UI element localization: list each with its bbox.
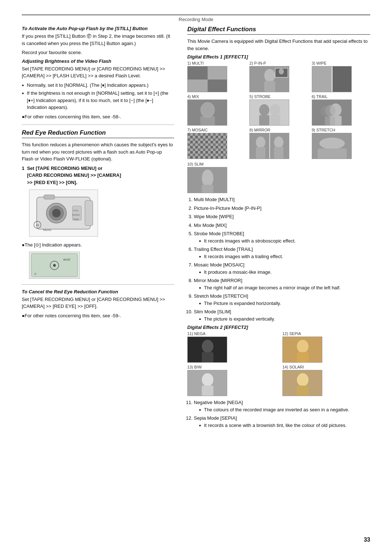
effect-cell-solari: 14) SOLARI xyxy=(282,365,370,396)
sub-stretch: The Picture is expanded horizontally. xyxy=(194,300,370,307)
svg-rect-18 xyxy=(188,66,208,80)
main-title: Digital Effect Functions xyxy=(187,26,370,35)
cancel-title: To Cancel the Red Eye Reduction Function xyxy=(22,289,174,294)
effect-label-slim: 10) SLIM xyxy=(187,162,204,166)
list-item-pip: Picture-In-Picture Mode [P-IN-P] xyxy=(194,205,370,212)
sub-mirror: The right half of an image becomes a mir… xyxy=(194,284,370,292)
svg-rect-60 xyxy=(202,185,213,193)
page-number: 33 xyxy=(364,537,370,543)
effect-thumb-trail xyxy=(312,99,352,126)
sub-trail: It records images with a trailing effect… xyxy=(194,253,370,260)
cancel-body: Set [TAPE RECORDING MENU] or [CARD RECOR… xyxy=(22,296,174,310)
sub-slim: The picture is expanded vertically. xyxy=(194,315,370,323)
list-item-stretch: Stretch Mode [STRETCH] The Picture is ex… xyxy=(194,293,370,307)
effect-thumb-solari xyxy=(282,370,322,396)
effects2-list: Negative Mode [NEGA] The colours of the … xyxy=(194,399,370,429)
effect-thumb-pip xyxy=(249,66,289,92)
list-item-mix: Mix Mode [MIX] xyxy=(194,222,370,229)
svg-rect-66 xyxy=(297,352,309,362)
effect-cell-sepia: 12) SEPIA xyxy=(282,331,370,363)
list-item-nega: Negative Mode [NEGA] The colours of the … xyxy=(194,399,370,413)
effect-thumb-nega xyxy=(187,337,227,363)
list-item-sepia: Sepia Mode [SEPIA] It records a scene wi… xyxy=(194,415,370,429)
section1-note: ●For other notes concerning this item, s… xyxy=(22,113,174,121)
section2-note: ●For other notes concerning this item, s… xyxy=(22,312,174,319)
section1-bullets: Normally, set it to [NORMAL]. (The [♦] I… xyxy=(22,82,174,111)
svg-text:MENU: MENU xyxy=(43,228,52,232)
svg-point-35 xyxy=(270,104,280,116)
effect-label-mix: 4) MIX xyxy=(187,94,199,99)
effect-cell-nega: 11) NEGA xyxy=(187,331,275,363)
page-header: Recording Mode xyxy=(22,17,370,22)
effect-cell-stretch: 9) STRETCH xyxy=(312,128,370,159)
effect-thumb-sepia xyxy=(282,337,322,363)
svg-text:STILL: STILL xyxy=(73,209,79,212)
bullet-2: If the brightness is not enough in [NORM… xyxy=(22,90,174,111)
svg-rect-48 xyxy=(188,133,227,159)
svg-rect-32 xyxy=(200,116,215,125)
svg-point-56 xyxy=(319,138,345,149)
svg-point-34 xyxy=(259,104,269,116)
effect-cell-mix: 4) MIX xyxy=(187,94,246,126)
section2-body: This function reduces a phenomenon which… xyxy=(22,141,174,163)
svg-rect-19 xyxy=(208,66,227,80)
svg-rect-28 xyxy=(332,66,352,92)
svg-rect-24 xyxy=(264,81,275,92)
left-column: To Activate the Auto Pop-up Flash by the… xyxy=(22,26,174,321)
list-item-mosaic: Mosaic Mode [MOSAIC] It produces a mosai… xyxy=(194,261,370,276)
effect-thumb-strobe xyxy=(249,99,289,126)
sub-nega: The colours of the recorded image are in… xyxy=(194,406,370,414)
step1-label: 1 Set [TAPE RECORDING MENU] or [CARD REC… xyxy=(22,165,174,186)
effects2-grid: 11) NEGA 12) SEPIA xyxy=(187,331,370,396)
effect-label-pip: 2) P-IN-P xyxy=(249,61,266,65)
list-item-wipe: Wipe Mode [WIPE] xyxy=(194,213,370,220)
effect-thumb-slim xyxy=(187,167,227,193)
svg-rect-4 xyxy=(85,201,93,226)
section1-title: To Activate the Auto Pop-up Flash by the… xyxy=(22,26,174,31)
effect-label-stretch: 9) STRETCH xyxy=(312,128,335,132)
effect-thumb-mirror xyxy=(249,133,289,159)
svg-rect-53 xyxy=(274,147,283,159)
svg-point-3 xyxy=(52,209,61,217)
effect-thumb-stretch xyxy=(312,133,352,159)
svg-point-23 xyxy=(264,69,275,82)
svg-rect-20 xyxy=(188,80,208,92)
list-item-mirror: Mirror Mode [MIRROR] The right half of a… xyxy=(194,277,370,291)
effect-label-wipe: 3) WIPE xyxy=(312,61,327,65)
svg-point-68 xyxy=(202,373,213,386)
lcd-display: ♦640 ⊙ xyxy=(29,252,174,280)
two-col-layout: To Activate the Auto Pop-up Flash by the… xyxy=(22,26,370,431)
list-item-multi: Multi Mode [MULTI] xyxy=(194,196,370,203)
bullet-1: Normally, set it to [NORMAL]. (The [♦] I… xyxy=(22,82,174,89)
svg-rect-27 xyxy=(312,66,332,92)
top-rule xyxy=(22,15,370,15)
list-item-trail: Trailing Effect Mode [TRAIL] It records … xyxy=(194,246,370,260)
svg-point-62 xyxy=(202,340,213,353)
effect-cell-slim: 10) SLIM xyxy=(187,162,227,193)
camera-diagram: 16 MENU STILL ENTER FADE xyxy=(29,190,174,238)
section-separator xyxy=(22,125,174,125)
indication-text: ●The [⊙] Indication appears. xyxy=(22,241,174,249)
svg-point-50 xyxy=(256,137,265,148)
effect-label-mosaic: 7) MOSAIC xyxy=(187,128,208,132)
effect-thumb-multi xyxy=(187,66,227,92)
svg-text:ENTER: ENTER xyxy=(72,214,79,216)
svg-rect-36 xyxy=(259,115,269,125)
svg-rect-21 xyxy=(208,80,227,92)
svg-text:♦640: ♦640 xyxy=(63,258,70,261)
effect-cell-mirror: 8) MIRROR xyxy=(249,128,308,159)
effect-cell-bw: 13) B/W xyxy=(187,365,275,396)
effect-cell-pip: 2) P-IN-P xyxy=(249,61,308,92)
effect-cell-strobe: 5) STROBE xyxy=(249,94,308,126)
intro-text: This Movie Camera is equipped with Digit… xyxy=(187,38,370,52)
svg-rect-69 xyxy=(202,386,213,396)
effect-label-multi: 1) MULTI xyxy=(187,61,204,65)
section1-body1: If you press the [STILL] Button ⑰ in Ste… xyxy=(22,33,174,47)
svg-point-26 xyxy=(279,69,284,74)
page: Recording Mode To Activate the Auto Pop-… xyxy=(0,0,392,554)
sub-mosaic: It produces a mosaic-like image. xyxy=(194,269,370,276)
section1-body2: Record your favourite scene. xyxy=(22,49,174,56)
slim-row: 10) SLIM xyxy=(187,162,370,193)
effect-cell-trail: 6) TRAIL xyxy=(312,94,370,126)
svg-text:16: 16 xyxy=(36,223,39,227)
